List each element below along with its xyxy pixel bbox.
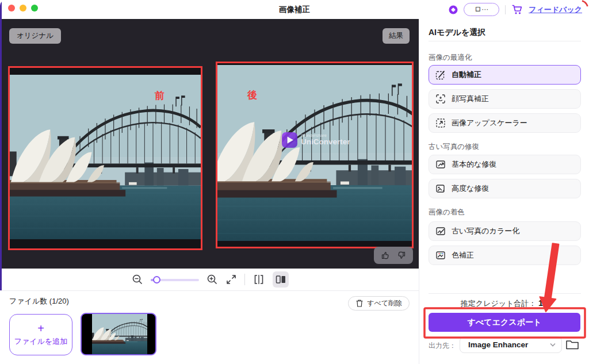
fit-screen-icon — [225, 274, 237, 285]
output-destination-label: 出力先： — [429, 341, 456, 351]
file-thumbnail[interactable] — [81, 313, 156, 355]
titlebar: 画像補正 ロ··· フィードバック — [0, 0, 589, 19]
zoom-slider[interactable] — [151, 276, 199, 283]
trash-icon — [355, 299, 364, 308]
sidebar-header: AIモデルを選択 — [429, 28, 485, 38]
before-image[interactable]: 前 — [8, 66, 202, 250]
face-enhance-icon — [435, 94, 446, 104]
credit-total-value: 10 — [538, 298, 548, 308]
model-item-image-upscaler[interactable]: 画像アップスケーラー — [429, 113, 581, 133]
zoom-out-button[interactable] — [132, 274, 143, 285]
watermark-product: UniConverter — [301, 138, 350, 147]
model-item-auto-enhance[interactable]: 自動補正 — [429, 65, 581, 85]
preview-area: オリジナル 結果 前 後 Wondershare UniConverter — [2, 19, 419, 269]
file-count-label: ファイル数 (1/20) — [9, 296, 69, 306]
image-upscaler-icon — [435, 118, 446, 128]
side-by-side-compare-icon — [274, 273, 287, 286]
old-photo-colorize-icon — [435, 226, 446, 236]
sidebar-bottom-divider — [429, 293, 581, 294]
add-files-label: ファイルを追加 — [14, 336, 68, 347]
model-item-basic-restore[interactable]: 基本的な修復 — [429, 155, 581, 174]
model-item-label: 色補正 — [452, 250, 474, 260]
sidebar: AIモデルを選択 画像の最適化 自動補正 顔写真補正 画像アップスケーラー 古い — [419, 19, 589, 364]
color-correct-icon — [435, 250, 446, 260]
auto-enhance-icon — [435, 70, 446, 80]
account-pill-button[interactable]: ロ··· — [464, 3, 499, 16]
model-item-color-correct[interactable]: 色補正 — [429, 246, 581, 265]
thumbs-up-button[interactable] — [381, 251, 390, 260]
feedback-link[interactable]: フィードバック — [529, 5, 582, 15]
view-toolbar — [2, 269, 419, 290]
zoom-in-icon — [206, 274, 218, 285]
split-compare-icon — [253, 273, 265, 286]
basic-restore-icon — [435, 159, 446, 170]
advanced-restore-icon — [435, 183, 446, 194]
gem-icon — [449, 5, 458, 14]
file-panel: ファイル数 (1/20) すべて削除 + ファイルを追加 — [2, 290, 419, 364]
delete-all-label: すべて削除 — [367, 298, 402, 308]
open-folder-button[interactable] — [565, 339, 579, 352]
folder-icon — [565, 339, 579, 350]
side-by-side-compare-button[interactable] — [273, 271, 289, 288]
section-label-old-photo-restore: 古い写真の修復 — [429, 142, 479, 152]
result-badge: 結果 — [383, 28, 410, 44]
model-item-label: 古い写真のカラー化 — [452, 226, 519, 236]
original-badge: オリジナル — [9, 28, 61, 44]
credit-total: 推定クレジット合計： 10 — [419, 298, 589, 309]
cart-button[interactable] — [511, 4, 523, 15]
cart-icon — [511, 4, 523, 15]
toolbar-divider — [244, 274, 245, 285]
model-item-label: 自動補正 — [452, 70, 481, 80]
fit-screen-button[interactable] — [225, 274, 237, 285]
titlebar-divider — [505, 5, 506, 14]
zoom-in-button[interactable] — [206, 274, 218, 285]
rating-pill — [374, 247, 413, 264]
app-window: 画像補正 ロ··· フィードバック オリジナル 結果 前 — [0, 0, 589, 364]
delete-all-button[interactable]: すべて削除 — [348, 296, 410, 311]
model-item-label: 画像アップスケーラー — [452, 118, 527, 128]
uniconverter-logo-icon — [282, 132, 297, 148]
thumbs-down-button[interactable] — [397, 251, 406, 260]
before-annotation-label: 前 — [155, 89, 165, 102]
after-photo — [217, 65, 412, 241]
thumbs-down-icon — [397, 251, 406, 260]
output-destination-value: Image Enhancer — [468, 340, 550, 349]
after-annotation-label: 後 — [247, 89, 258, 102]
model-item-label: 顔写真補正 — [452, 94, 489, 104]
split-compare-button[interactable] — [253, 273, 265, 286]
model-item-label: 基本的な修復 — [452, 159, 496, 170]
before-photo — [10, 75, 201, 239]
model-item-advanced-restore[interactable]: 高度な修復 — [429, 179, 581, 198]
credit-total-label: 推定クレジット合計： — [461, 299, 537, 308]
section-label-optimization: 画像の最適化 — [429, 53, 472, 63]
model-item-old-photo-colorize[interactable]: 古い写真のカラー化 — [429, 221, 581, 241]
model-item-label: 高度な修復 — [452, 183, 489, 194]
plus-icon: + — [37, 323, 44, 334]
window-accent-border — [0, 0, 2, 290]
watermark: Wondershare UniConverter — [282, 132, 350, 148]
chevron-down-icon — [550, 343, 556, 347]
model-item-face-enhance[interactable]: 顔写真補正 — [429, 89, 581, 109]
zoom-slider-knob[interactable] — [153, 276, 160, 283]
titlebar-actions: ロ··· フィードバック — [449, 2, 582, 17]
export-all-button[interactable]: すべてエクスポート — [429, 313, 580, 332]
sidebar-divider — [429, 41, 581, 41]
output-destination-select[interactable]: Image Enhancer — [460, 336, 562, 353]
zoom-out-icon — [132, 274, 143, 285]
section-label-colorize: 画像の着色 — [429, 208, 465, 217]
thumbs-up-icon — [381, 251, 390, 260]
after-image[interactable]: 後 Wondershare UniConverter — [216, 62, 414, 248]
add-files-button[interactable]: + ファイルを追加 — [9, 314, 72, 355]
file-thumbnail-photo — [92, 314, 147, 354]
